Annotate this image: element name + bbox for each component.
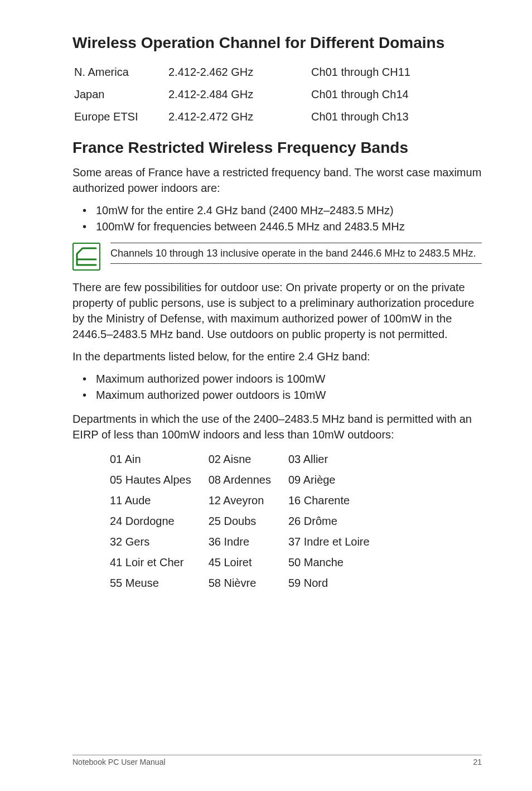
list-item: Maximum authorized power outdoors is 10m… (72, 387, 482, 403)
channel-cell: Ch01 through Ch14 (311, 84, 481, 105)
channel-cell: Ch01 through CH11 (311, 61, 481, 83)
dept-cell: 24 Dordogne (109, 511, 208, 532)
dept-row: 55 Meuse58 Nièvre59 Nord (109, 573, 386, 594)
list-item: 100mW for frequencies between 2446.5 MHz… (72, 219, 482, 235)
heading-france: France Restricted Wireless Frequency Ban… (72, 138, 482, 157)
page-footer: Notebook PC User Manual 21 (72, 755, 482, 766)
note-icon (72, 243, 100, 271)
france-bullet-list-2: Maximum authorized power indoors is 100m… (72, 371, 482, 403)
dept-cell: 03 Allier (288, 449, 386, 470)
dept-row: 01 Ain02 Aisne03 Allier (109, 449, 386, 470)
channel-cell: Ch01 through Ch13 (311, 106, 481, 127)
channel-cell: Japan (74, 84, 167, 105)
dept-cell: 25 Doubs (208, 511, 288, 532)
dept-intro-paragraph: In the departments listed below, for the… (72, 349, 482, 364)
channel-cell: N. America (74, 61, 167, 83)
dept-row: 24 Dordogne25 Doubs26 Drôme (109, 511, 386, 532)
departments-table: 01 Ain02 Aisne03 Allier05 Hautes Alpes08… (109, 449, 386, 594)
dept-paragraph: Departments in which the use of the 2400… (72, 411, 482, 442)
channel-row: Japan2.412-2.484 GHzCh01 through Ch14 (74, 84, 481, 105)
dept-cell: 02 Aisne (208, 449, 288, 470)
page-container: Wireless Operation Channel for Different… (0, 0, 532, 791)
dept-cell: 09 Ariège (288, 470, 386, 490)
dept-cell: 08 Ardennes (208, 470, 288, 490)
france-intro-paragraph: Some areas of France have a restricted f… (72, 165, 482, 196)
dept-cell: 16 Charente (288, 490, 386, 511)
dept-cell: 11 Aude (109, 490, 208, 511)
list-item: Maximum authorized power indoors is 100m… (72, 371, 482, 387)
channel-cell: 2.412-2.472 GHz (168, 106, 309, 127)
footer-title: Notebook PC User Manual (72, 758, 166, 766)
dept-cell: 45 Loiret (208, 552, 288, 573)
dept-cell: 41 Loir et Cher (109, 552, 208, 573)
dept-cell: 26 Drôme (288, 511, 386, 532)
channel-cell: 2.412-2.484 GHz (168, 84, 309, 105)
outdoor-paragraph: There are few possibilities for outdoor … (72, 279, 482, 342)
dept-cell: 50 Manche (288, 552, 386, 573)
channel-row: Europe ETSI2.412-2.472 GHzCh01 through C… (74, 106, 481, 127)
dept-cell: 12 Aveyron (208, 490, 288, 511)
dept-cell: 36 Indre (208, 532, 288, 552)
dept-row: 32 Gers36 Indre37 Indre et Loire (109, 532, 386, 552)
note-callout: Channels 10 through 13 inclusive operate… (72, 243, 482, 271)
list-item: 10mW for the entire 2.4 GHz band (2400 M… (72, 202, 482, 219)
dept-row: 41 Loir et Cher45 Loiret50 Manche (109, 552, 386, 573)
channel-row: N. America2.412-2.462 GHzCh01 through CH… (74, 61, 481, 83)
dept-cell: 58 Nièvre (208, 573, 288, 594)
note-text: Channels 10 through 13 inclusive operate… (110, 243, 482, 264)
dept-cell: 01 Ain (109, 449, 208, 470)
france-bullet-list-1: 10mW for the entire 2.4 GHz band (2400 M… (72, 202, 482, 235)
footer-page-number: 21 (473, 758, 482, 766)
channel-cell: Europe ETSI (74, 106, 167, 127)
heading-channels: Wireless Operation Channel for Different… (72, 33, 482, 52)
channel-cell: 2.412-2.462 GHz (168, 61, 309, 83)
dept-row: 11 Aude12 Aveyron16 Charente (109, 490, 386, 511)
dept-cell: 55 Meuse (109, 573, 208, 594)
dept-cell: 59 Nord (288, 573, 386, 594)
dept-cell: 32 Gers (109, 532, 208, 552)
dept-cell: 37 Indre et Loire (288, 532, 386, 552)
dept-cell: 05 Hautes Alpes (109, 470, 208, 490)
channel-table: N. America2.412-2.462 GHzCh01 through CH… (72, 60, 482, 128)
dept-row: 05 Hautes Alpes08 Ardennes09 Ariège (109, 470, 386, 490)
